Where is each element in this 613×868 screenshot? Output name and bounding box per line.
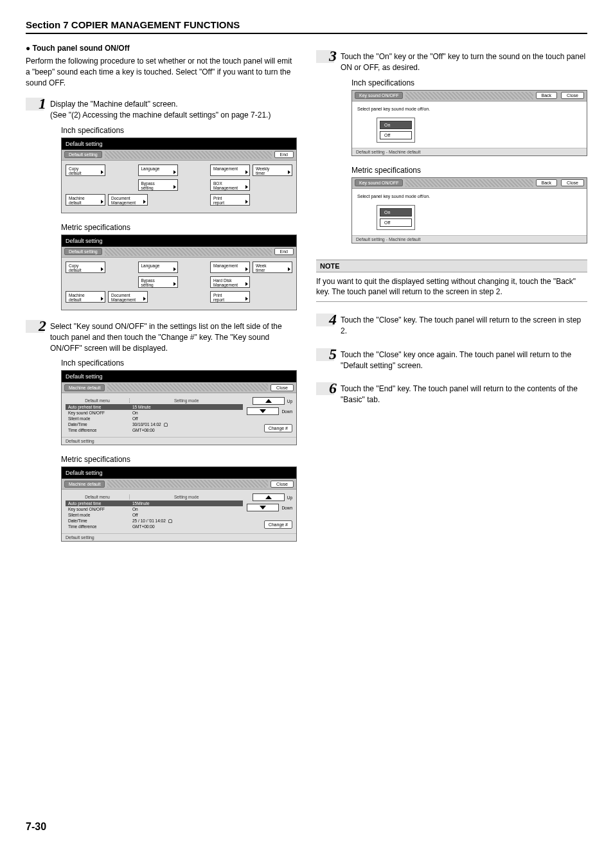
list-item[interactable]: Key sound ON/OFFOn xyxy=(66,410,243,416)
tile-doc-mgmt[interactable]: Document Management xyxy=(108,194,148,206)
panel-default-setting-inch: Default setting Default setting End Copy… xyxy=(61,137,297,213)
tile-week-timer[interactable]: Week timer xyxy=(253,261,292,273)
step-5-text: Touch the "Close" key once again. The to… xyxy=(341,348,587,371)
step-4: 4 Touch the "Close" key. The touch panel… xyxy=(316,314,587,337)
tile-weekly-timer[interactable]: Weekly timer xyxy=(253,164,292,176)
instruction-text: Select panel key sound mode off/on. xyxy=(357,107,582,111)
tile-copy-default[interactable]: Copy default xyxy=(66,261,105,273)
up-button[interactable] xyxy=(253,493,285,501)
list-item[interactable]: Time differenceGMT+00:00 xyxy=(66,524,243,529)
panel-footer: Default setting xyxy=(62,437,296,445)
inch-label-3: Inch specifications xyxy=(351,78,587,87)
back-button[interactable]: Back xyxy=(536,179,558,186)
inch-label-1: Inch specifications xyxy=(61,126,297,135)
step-2: 2 Select "Key sound ON/OFF" in the setti… xyxy=(26,320,297,353)
lock-icon xyxy=(164,423,168,427)
step-4-text: Touch the "Close" key. The touch panel w… xyxy=(341,314,587,337)
end-button[interactable]: End xyxy=(274,151,294,158)
step-6-text: Touch the "End" key. The touch panel wil… xyxy=(341,382,587,405)
breadcrumb: Machine default xyxy=(64,481,105,488)
section-header: Section 7 COPIER MANAGEMENT FUNCTIONS xyxy=(26,19,587,34)
down-button[interactable] xyxy=(247,504,279,511)
tile-copy-default[interactable]: Copy default xyxy=(66,164,105,176)
step-1-text: Display the "Machine default" screen. (S… xyxy=(50,98,271,121)
intro-text: Perform the following procedure to set w… xyxy=(26,56,297,88)
close-button[interactable]: Close xyxy=(561,179,584,186)
page-number: 7-30 xyxy=(26,821,587,833)
breadcrumb: Default setting xyxy=(64,151,102,158)
tile-print-report[interactable]: Print report xyxy=(210,194,250,206)
metric-label-2: Metric specifications xyxy=(61,455,297,464)
back-button[interactable]: Back xyxy=(536,92,558,99)
tile-machine-default[interactable]: Machine default xyxy=(66,194,105,206)
lock-icon xyxy=(168,519,172,523)
step-number-box: 1 xyxy=(26,98,44,111)
col-default-menu: Default menu xyxy=(66,495,130,499)
panel-machine-default-inch: Default setting Machine default Close De… xyxy=(61,370,297,445)
close-button[interactable]: Close xyxy=(271,481,294,488)
step-3-text: Touch the "On" key or the "Off" key to t… xyxy=(341,50,587,73)
list-item[interactable]: Key sound ON/OFFOn xyxy=(66,506,243,512)
right-column: 3 Touch the "On" key or the "Off" key to… xyxy=(316,44,587,551)
panel-footer: Default setting xyxy=(62,533,296,541)
close-button[interactable]: Close xyxy=(271,384,294,391)
subsection-title: Touch panel sound ON/Off xyxy=(26,44,297,53)
end-button[interactable]: End xyxy=(274,248,294,255)
left-column: Touch panel sound ON/Off Perform the fol… xyxy=(26,44,297,551)
step-number-box: 5 xyxy=(316,348,334,361)
step-1: 1 Display the "Machine default" screen. … xyxy=(26,98,297,121)
tile-management[interactable]: Management xyxy=(210,261,250,273)
note-block: NOTE If you want to quit the displayed s… xyxy=(316,260,587,303)
on-button[interactable]: On xyxy=(380,208,412,217)
note-body: If you want to quit the displayed settin… xyxy=(316,272,587,303)
step-number-box: 6 xyxy=(316,382,334,395)
on-button[interactable]: On xyxy=(380,121,412,129)
tile-management[interactable]: Management xyxy=(210,164,250,176)
tile-bypass[interactable]: Bypass setting xyxy=(138,276,178,288)
note-heading: NOTE xyxy=(316,260,587,272)
panel-footer: Default setting - Machine default xyxy=(352,235,587,243)
step-3: 3 Touch the "On" key or the "Off" key to… xyxy=(316,50,587,73)
change-button[interactable]: Change # xyxy=(264,520,292,529)
tile-language[interactable]: Language xyxy=(138,164,178,176)
step-5: 5 Touch the "Close" key once again. The … xyxy=(316,348,587,371)
step-number-box: 4 xyxy=(316,314,334,326)
step-2-text: Select "Key sound ON/OFF" in the setting… xyxy=(50,320,297,353)
panel-keysound-inch: Key sound ON/OFF Back Close Select panel… xyxy=(351,90,587,156)
tile-doc-mgmt[interactable]: Document Management xyxy=(108,291,148,303)
panel-title: Default setting xyxy=(62,467,296,479)
list-item[interactable]: Time differenceGMT+08:00 xyxy=(66,427,243,433)
panel-title: Default setting xyxy=(62,235,296,247)
tile-machine-default[interactable]: Machine default xyxy=(66,291,105,303)
list-item[interactable]: Date/Time30/10/'01 14:02 xyxy=(66,421,243,427)
close-button[interactable]: Close xyxy=(561,92,584,99)
step-6: 6 Touch the "End" key. The touch panel w… xyxy=(316,382,587,405)
list-item[interactable]: Date/Time25 / 10 / '01 14:02 xyxy=(66,518,243,524)
breadcrumb-spacer xyxy=(105,151,272,159)
down-button[interactable] xyxy=(247,407,279,415)
off-button[interactable]: Off xyxy=(380,131,412,139)
tile-box-mgmt[interactable]: BOX Management xyxy=(210,179,250,191)
col-default-menu: Default menu xyxy=(66,398,130,403)
panel-keysound-metric: Key sound ON/OFF Back Close Select panel… xyxy=(351,177,587,244)
list-item[interactable]: Auto preheat time15 Minute xyxy=(66,404,243,410)
breadcrumb: Default setting xyxy=(64,248,102,255)
step-number-box: 3 xyxy=(316,50,334,63)
tile-bypass[interactable]: Bypass setting xyxy=(138,179,178,191)
panel-title: Default setting xyxy=(62,371,296,382)
off-button[interactable]: Off xyxy=(380,218,412,227)
tile-language[interactable]: Language xyxy=(138,261,178,273)
list-item[interactable]: Silent modeOff xyxy=(66,512,243,518)
breadcrumb: Key sound ON/OFF xyxy=(355,179,403,186)
tile-hd-mgmt[interactable]: Hard Disk Management xyxy=(210,276,250,288)
list-item[interactable]: Auto preheat time15Minute xyxy=(66,500,243,506)
list-item[interactable]: Silent modeOff xyxy=(66,416,243,421)
inch-label-2: Inch specifications xyxy=(61,359,297,368)
instruction-text: Select panel key sound mode off/on. xyxy=(357,194,582,199)
up-button[interactable] xyxy=(253,397,285,405)
col-setting-mode: Setting mode xyxy=(130,495,243,499)
metric-label-3: Metric specifications xyxy=(351,166,587,175)
metric-label-1: Metric specifications xyxy=(61,223,297,232)
change-button[interactable]: Change # xyxy=(264,424,292,432)
tile-print-report[interactable]: Print report xyxy=(210,291,250,303)
